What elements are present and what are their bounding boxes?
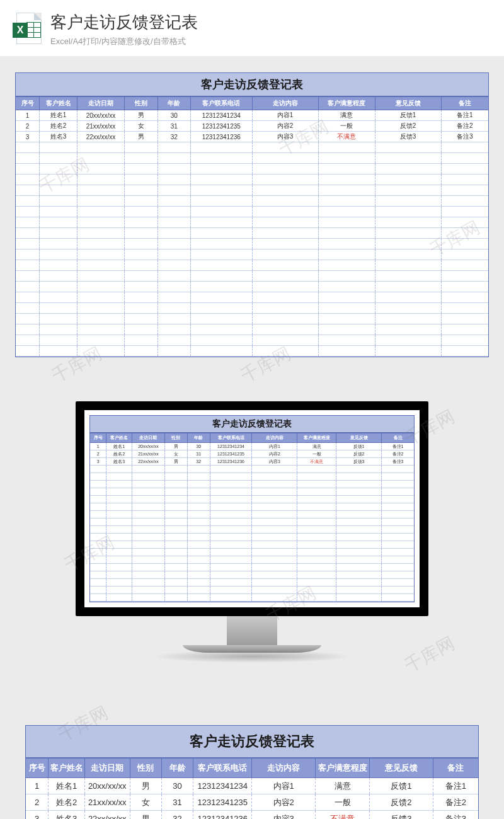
column-header: 客户满意程度: [315, 759, 369, 778]
table-row-empty: [90, 594, 414, 602]
cell-phone: 12312341236: [191, 132, 253, 142]
cell-age: 32: [187, 458, 210, 466]
cell-date: 20xx/xx/xx: [84, 778, 130, 794]
table-body: 1姓名120xx/xx/xx男3012312341234内容1满意反馈1备注12…: [26, 778, 478, 820]
sheet-title: 客户走访反馈登记表: [26, 726, 478, 758]
table-row: 3姓名322xx/xx/xx男3212312341236内容3不满意反馈3备注3: [16, 132, 488, 142]
table-row-empty: [16, 164, 488, 175]
data-table: 序号客户姓名走访日期性别年龄客户联系电话走访内容客户满意程度意见反馈备注 1姓名…: [90, 433, 414, 602]
cell-seq: 2: [16, 121, 40, 132]
cell-seq: 1: [26, 778, 49, 794]
cell-seq: 2: [90, 450, 106, 458]
cell-feedback: 反馈3: [370, 811, 433, 820]
table-row-empty: [16, 260, 488, 271]
table-row-empty: [16, 217, 488, 228]
table-row-empty: [90, 466, 414, 473]
column-header: 备注: [433, 759, 478, 778]
table-row-empty: [90, 473, 414, 481]
table-row: 1姓名120xx/xx/xx男3012312341234内容1满意反馈1备注1: [90, 443, 414, 450]
cell-remark: 备注1: [433, 778, 478, 794]
cell-remark: 备注3: [382, 458, 414, 466]
cell-feedback: 反馈1: [375, 110, 441, 121]
table-row-empty: [16, 303, 488, 314]
table-row-empty: [16, 153, 488, 164]
cell-name: 姓名1: [106, 443, 132, 450]
spreadsheet-preview-large: 客户走访反馈登记表 序号客户姓名走访日期性别年龄客户联系电话走访内容客户满意程度…: [15, 72, 489, 357]
table-row-empty: [90, 564, 414, 571]
cell-age: 32: [158, 132, 191, 142]
table-row-empty: [90, 549, 414, 556]
cell-feedback: 反馈3: [336, 458, 382, 466]
cell-date: 21xx/xx/xx: [132, 450, 164, 458]
column-header: 客户联系电话: [191, 97, 253, 110]
page-subtitle: Excel/A4打印/内容随意修改/自带格式: [50, 36, 198, 47]
table-row-empty: [90, 571, 414, 579]
column-header: 走访内容: [252, 759, 316, 778]
table-row-empty: [16, 282, 488, 292]
cell-satisfy: 一般: [297, 450, 336, 458]
column-header: 客户姓名: [49, 759, 84, 778]
cell-remark: 备注3: [433, 811, 478, 820]
cell-satisfy: 满意: [297, 443, 336, 450]
cell-date: 21xx/xx/xx: [84, 794, 130, 811]
table-row-empty: [90, 488, 414, 496]
cell-seq: 3: [16, 132, 40, 142]
spreadsheet-preview-small: 客户走访反馈登记表 序号客户姓名走访日期性别年龄客户联系电话走访内容客户满意程度…: [89, 415, 415, 602]
table-row-empty: [90, 518, 414, 526]
cell-date: 21xx/xx/xx: [77, 121, 125, 132]
cell-content: 内容2: [252, 794, 316, 811]
column-header: 走访日期: [77, 97, 125, 110]
cell-age: 31: [158, 121, 191, 132]
table-row-empty: [90, 587, 414, 594]
column-header: 年龄: [161, 759, 193, 778]
table-row-empty: [16, 346, 488, 357]
cell-feedback: 反馈1: [336, 443, 382, 450]
data-table: 序号客户姓名走访日期性别年龄客户联系电话走访内容客户满意程度意见反馈备注 1姓名…: [26, 758, 478, 819]
cell-date: 20xx/xx/xx: [77, 110, 125, 121]
cell-age: 32: [161, 811, 193, 820]
column-header: 客户联系电话: [193, 759, 252, 778]
cell-gender: 男: [125, 132, 158, 142]
cell-phone: 12312341236: [210, 458, 252, 466]
column-header: 走访内容: [252, 433, 297, 443]
cell-age: 30: [187, 443, 210, 450]
table-header-row: 序号客户姓名走访日期性别年龄客户联系电话走访内容客户满意程度意见反馈备注: [90, 433, 414, 443]
cell-date: 22xx/xx/xx: [84, 811, 130, 820]
table-row-empty: [16, 196, 488, 207]
table-row: 2姓名221xx/xx/xx女3112312341235内容2一般反馈2备注2: [26, 794, 478, 811]
column-header: 走访内容: [252, 97, 318, 110]
cell-satisfy: 不满意: [318, 132, 375, 142]
cell-feedback: 反馈3: [375, 132, 441, 142]
table-row-empty: [90, 534, 414, 541]
cell-name: 姓名2: [106, 450, 132, 458]
data-table: 序号客户姓名走访日期性别年龄客户联系电话走访内容客户满意程度意见反馈备注 1姓名…: [16, 96, 488, 357]
table-row-empty: [90, 526, 414, 534]
cell-seq: 1: [90, 443, 106, 450]
table-row-empty: [16, 207, 488, 217]
cell-feedback: 反馈2: [370, 794, 433, 811]
cell-gender: 男: [164, 458, 187, 466]
monitor-mockup: 客户走访反馈登记表 序号客户姓名走访日期性别年龄客户联系电话走访内容客户满意程度…: [76, 401, 428, 663]
cell-age: 31: [187, 450, 210, 458]
cell-satisfy: 满意: [318, 110, 375, 121]
cell-content: 内容2: [252, 450, 297, 458]
excel-file-icon: X: [13, 13, 42, 47]
cell-satisfy: 一般: [315, 794, 369, 811]
column-header: 意见反馈: [336, 433, 382, 443]
cell-phone: 12312341234: [193, 778, 252, 794]
cell-remark: 备注1: [382, 443, 414, 450]
cell-satisfy: 不满意: [297, 458, 336, 466]
column-header: 序号: [16, 97, 40, 110]
table-row: 1姓名120xx/xx/xx男3012312341234内容1满意反馈1备注1: [26, 778, 478, 794]
sheet-title: 客户走访反馈登记表: [90, 416, 414, 433]
cell-seq: 3: [26, 811, 49, 820]
table-row-empty: [16, 271, 488, 282]
table-row-empty: [16, 228, 488, 239]
column-header: 性别: [130, 759, 161, 778]
cell-name: 姓名3: [49, 811, 84, 820]
cell-remark: 备注2: [382, 450, 414, 458]
cell-feedback: 反馈1: [370, 778, 433, 794]
cell-age: 31: [161, 794, 193, 811]
cell-seq: 3: [90, 458, 106, 466]
cell-remark: 备注3: [441, 132, 488, 142]
